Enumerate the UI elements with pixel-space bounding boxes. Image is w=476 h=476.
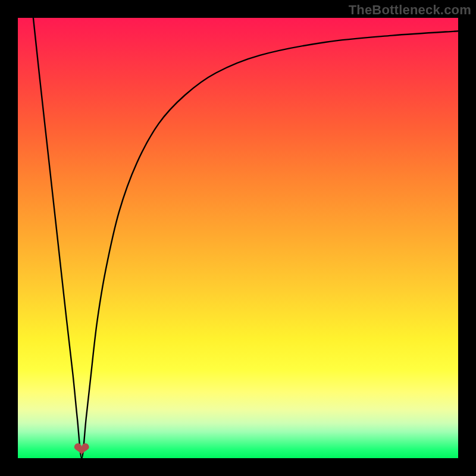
heart-icon: ❤ [73,439,90,459]
chart-frame: ❤ TheBottleneck.com [0,0,476,476]
bottleneck-curve [33,18,458,458]
curve-layer [18,18,458,458]
source-label: TheBottleneck.com [349,2,471,18]
